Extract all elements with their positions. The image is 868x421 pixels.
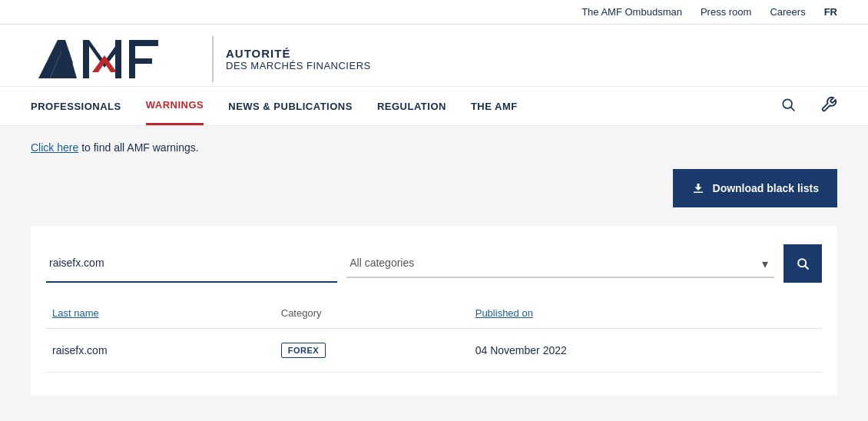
logo-container: AUTORITÉ DES MARCHÉS FINANCIERS bbox=[31, 32, 371, 86]
svg-rect-7 bbox=[129, 40, 158, 46]
logo-text: AUTORITÉ DES MARCHÉS FINANCIERS bbox=[226, 47, 371, 71]
nav-news-publications[interactable]: NEWS & PUBLICATIONS bbox=[228, 88, 353, 124]
col-lastname[interactable]: Last name bbox=[46, 298, 275, 329]
nav-professionals[interactable]: PROFESSIONALS bbox=[31, 88, 121, 124]
click-here-link[interactable]: Click here bbox=[31, 141, 78, 154]
main-content: Click here to find all AMF warnings. Dow… bbox=[0, 126, 868, 421]
forex-badge: FOREX bbox=[281, 343, 326, 358]
press-room-link[interactable]: Press room bbox=[701, 6, 751, 18]
main-nav: PROFESSIONALS WARNINGS NEWS & PUBLICATIO… bbox=[0, 86, 868, 126]
careers-link[interactable]: Careers bbox=[770, 6, 805, 18]
row-category: FOREX bbox=[275, 329, 469, 373]
category-select-wrapper: All categories Forex Asset management Cr… bbox=[346, 244, 774, 283]
svg-line-10 bbox=[791, 107, 795, 111]
category-select[interactable]: All categories Forex Asset management Cr… bbox=[346, 249, 774, 278]
search-icon[interactable] bbox=[780, 97, 796, 116]
download-btn-label: Download black lists bbox=[713, 182, 819, 194]
lang-fr[interactable]: FR bbox=[824, 6, 837, 18]
svg-point-9 bbox=[783, 99, 792, 108]
results-table: Last name Category Published on raisefx.… bbox=[46, 298, 822, 373]
download-black-lists-button[interactable]: Download black lists bbox=[673, 169, 837, 207]
search-input[interactable] bbox=[46, 244, 337, 283]
row-published: 04 November 2022 bbox=[469, 329, 822, 373]
nav-regulation[interactable]: REGULATION bbox=[377, 88, 446, 124]
nav-warnings[interactable]: WARNINGS bbox=[146, 87, 204, 125]
search-section: All categories Forex Asset management Cr… bbox=[31, 226, 837, 396]
ombudsman-link[interactable]: The AMF Ombudsman bbox=[581, 6, 682, 18]
svg-rect-11 bbox=[694, 192, 703, 194]
table-row: raisefx.com FOREX 04 November 2022 bbox=[46, 329, 822, 373]
svg-rect-8 bbox=[129, 58, 152, 64]
table-body: raisefx.com FOREX 04 November 2022 bbox=[46, 329, 822, 373]
col-published[interactable]: Published on bbox=[469, 298, 822, 329]
search-btn-icon bbox=[795, 256, 810, 271]
col-category: Category bbox=[275, 298, 469, 329]
site-header: AUTORITÉ DES MARCHÉS FINANCIERS bbox=[0, 25, 868, 86]
logo-line2: DES MARCHÉS FINANCIERS bbox=[226, 60, 371, 71]
table-header: Last name Category Published on bbox=[46, 298, 822, 329]
click-here-suffix: to find all AMF warnings. bbox=[78, 141, 198, 154]
search-row: All categories Forex Asset management Cr… bbox=[46, 244, 822, 283]
click-here-section: Click here to find all AMF warnings. bbox=[31, 141, 837, 154]
nav-the-amf[interactable]: THE AMF bbox=[471, 88, 518, 124]
row-name: raisefx.com bbox=[46, 329, 275, 373]
amf-logo[interactable] bbox=[31, 32, 200, 86]
search-button[interactable] bbox=[784, 244, 822, 283]
logo-line1: AUTORITÉ bbox=[226, 47, 371, 60]
tools-icon[interactable] bbox=[820, 96, 837, 117]
download-section: Download black lists bbox=[31, 169, 837, 207]
download-icon bbox=[691, 181, 705, 195]
logo-divider bbox=[212, 36, 214, 82]
top-bar: The AMF Ombudsman Press room Careers FR bbox=[0, 0, 868, 25]
